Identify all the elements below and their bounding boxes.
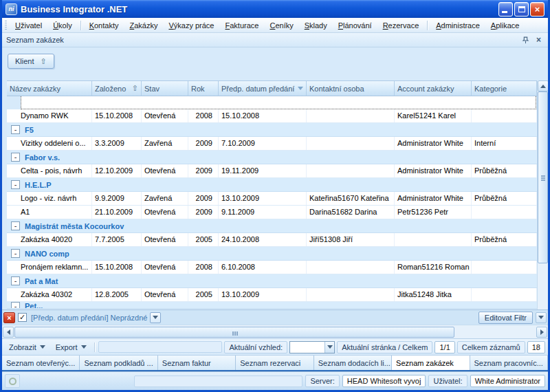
column-header-4[interactable]: Předp. datum předání xyxy=(219,81,307,96)
column-header-0[interactable]: Název zakázky xyxy=(7,81,92,96)
group-by-field-label: Klient xyxy=(15,57,34,65)
table-group-row[interactable]: -Pat a Mat xyxy=(7,274,537,288)
table-row[interactable]: Zakázka 400207.7.2005Otevřená200524.10.2… xyxy=(7,233,537,247)
collapse-icon[interactable]: - xyxy=(11,153,20,162)
group-by-field-klient[interactable]: Klient ⇧ xyxy=(8,54,54,69)
horizontal-scrollbar[interactable] xyxy=(2,325,548,338)
table-group-row[interactable]: -F5 xyxy=(7,123,537,137)
scroll-down-button[interactable] xyxy=(536,312,547,323)
scroll-up-button[interactable] xyxy=(538,80,548,91)
menu-separator xyxy=(427,21,428,30)
tab-2[interactable]: Seznam faktur xyxy=(158,356,236,370)
cell-6: Administrator White xyxy=(395,137,472,150)
menu-item-3[interactable]: Zakázky xyxy=(124,19,163,32)
panel-close-icon[interactable]: × xyxy=(534,35,544,45)
cell-2: Otevřená xyxy=(142,109,188,122)
column-header-7[interactable]: Kategorie xyxy=(472,81,537,96)
menu-item-11[interactable]: Aplikace xyxy=(485,19,525,32)
column-header-3[interactable]: Rok xyxy=(188,81,219,96)
table-row[interactable]: Logo - viz. návrh9.9.2009Zavřená200913.1… xyxy=(7,192,537,206)
tab-0[interactable]: Seznam otevřenýc... xyxy=(2,356,80,370)
tab-6[interactable]: Seznam pracovníc... xyxy=(470,356,548,370)
column-header-6[interactable]: Account zakázky xyxy=(395,81,472,96)
bottom-toolbar: Zobrazit Export Aktuální vzhled: Aktuáln… xyxy=(2,338,548,355)
cell-1: 21.10.2009 xyxy=(92,206,142,219)
filter-dropdown-button[interactable] xyxy=(150,312,161,323)
cell-5 xyxy=(307,109,395,122)
vertical-scrollbar[interactable] xyxy=(537,80,548,309)
cell-1: 9.9.2009 xyxy=(92,192,142,205)
grid-body: Dynamo RWK15.10.2008Otevřená200815.10.20… xyxy=(7,96,537,309)
grid-new-item-row[interactable] xyxy=(21,96,536,109)
sort-ascending-icon: ⇧ xyxy=(132,84,138,93)
tab-label: Seznam podkladů ... xyxy=(84,359,153,367)
menu-item-4[interactable]: Výkazy práce xyxy=(163,19,219,32)
filter-funnel-icon[interactable] xyxy=(298,87,303,90)
menu-item-2[interactable]: Kontakty xyxy=(84,19,124,32)
combo-arrow-button[interactable] xyxy=(324,342,334,353)
table-group-row[interactable]: -H.E.L.P xyxy=(7,178,537,192)
filter-enabled-checkbox[interactable]: ✓ xyxy=(18,313,27,322)
pin-icon[interactable] xyxy=(520,35,531,45)
sort-ascending-icon: ⇧ xyxy=(41,57,47,66)
close-button[interactable]: × xyxy=(530,2,544,17)
collapse-icon[interactable]: - xyxy=(11,302,20,309)
toolbar-grip-icon[interactable] xyxy=(5,21,7,30)
scroll-right-button[interactable] xyxy=(536,327,547,338)
tab-4[interactable]: Seznam dodacích li... xyxy=(314,356,392,370)
collapse-icon[interactable]: - xyxy=(11,125,20,134)
close-icon: × xyxy=(531,3,544,16)
column-header-2[interactable]: Stav xyxy=(142,81,188,96)
thumb-grip-icon xyxy=(234,331,236,336)
show-label: Zobrazit xyxy=(9,343,36,351)
menu-item-10[interactable]: Administrace xyxy=(430,19,485,32)
menu-item-7[interactable]: Sklady xyxy=(299,19,333,32)
remove-filter-button[interactable]: × xyxy=(3,312,15,323)
edit-filter-button[interactable]: Editovat Filtr xyxy=(478,312,533,324)
tab-1[interactable]: Seznam podkladů ... xyxy=(80,356,157,370)
cell-6 xyxy=(395,233,472,246)
show-dropdown-button[interactable]: Zobrazit xyxy=(5,342,50,353)
collapse-icon[interactable]: - xyxy=(11,180,20,189)
table-row[interactable]: Vizitky oddeleni o...3.3.2009Zavřená2009… xyxy=(7,137,537,151)
table-row[interactable]: Pronájem reklamn...15.10.2008Otevřená200… xyxy=(7,261,537,274)
scroll-left-button[interactable] xyxy=(3,327,14,338)
menu-item-0[interactable]: Uživatel xyxy=(10,19,47,32)
horizontal-scroll-thumb[interactable] xyxy=(14,327,454,338)
cell-6: Roman51216 Roman xyxy=(395,261,472,274)
tab-5[interactable]: Seznam zakázek xyxy=(392,356,470,370)
menu-item-6[interactable]: Ceníky xyxy=(264,19,298,32)
collapse-icon[interactable]: - xyxy=(11,276,20,285)
app-logo-icon: ni xyxy=(6,3,17,15)
tab-3[interactable]: Seznam rezervaci xyxy=(236,356,314,370)
minimize-button[interactable] xyxy=(498,2,513,17)
collapse-icon[interactable]: - xyxy=(11,221,20,230)
cell-0: A1 xyxy=(7,206,92,219)
table-row[interactable]: Zakázka 4030212.8.2005Otevřená200513.10.… xyxy=(7,288,537,302)
menu-item-1[interactable]: Úkoly xyxy=(47,19,78,32)
cell-2: Otevřená xyxy=(142,164,188,177)
table-row[interactable]: A121.10.2009Otevřená20099.11.2009Darina5… xyxy=(7,206,537,219)
column-header-1[interactable]: Založeno⇧ xyxy=(92,81,142,96)
menu-item-5[interactable]: Fakturace xyxy=(220,19,265,32)
window-title: Business Integrator .NET xyxy=(21,4,497,14)
table-group-row[interactable]: -Fabor v.s. xyxy=(7,151,537,164)
cell-5: Kateřina51670 Kateřina xyxy=(307,192,395,205)
table-group-row[interactable]: -Pet... xyxy=(7,302,537,309)
collapse-icon[interactable]: - xyxy=(11,249,20,258)
server-label: Server: xyxy=(305,375,339,387)
maximize-button[interactable] xyxy=(514,2,529,17)
column-header-5[interactable]: Kontaktní osoba xyxy=(307,81,395,96)
menu-item-8[interactable]: Plánování xyxy=(333,19,377,32)
table-group-row[interactable]: -Magistrát města Kocourkov xyxy=(7,219,537,233)
table-row[interactable]: Celta - pois, návrh12.10.2009Otevřená200… xyxy=(7,164,537,178)
table-row[interactable]: Dynamo RWK15.10.2008Otevřená200815.10.20… xyxy=(7,109,537,123)
status-empty-box xyxy=(134,375,302,387)
vertical-scroll-thumb[interactable] xyxy=(538,91,548,263)
status-app-icon[interactable] xyxy=(5,374,20,388)
current-view-combobox[interactable] xyxy=(289,341,335,353)
cell-5: Jiří51308 Jiří xyxy=(307,233,395,246)
table-group-row[interactable]: -NANO comp xyxy=(7,247,537,261)
export-dropdown-button[interactable]: Export xyxy=(52,342,91,353)
menu-item-9[interactable]: Rezervace xyxy=(377,19,425,32)
